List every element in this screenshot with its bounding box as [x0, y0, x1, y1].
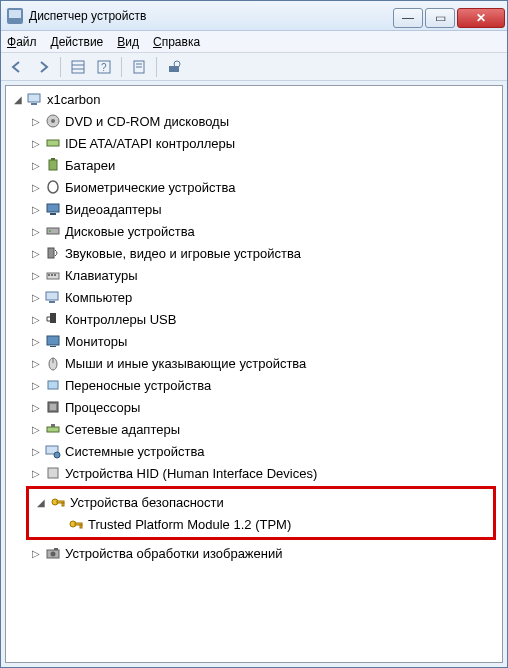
expand-icon[interactable]: ▷: [28, 355, 44, 371]
category-item[interactable]: ▷DVD и CD-ROM дисководы: [6, 110, 502, 132]
device-category-icon: [44, 201, 62, 217]
svg-rect-10: [28, 94, 40, 102]
device-category-icon: [44, 399, 62, 415]
category-item[interactable]: ▷Сетевые адаптеры: [6, 418, 502, 440]
expand-icon[interactable]: ▷: [28, 421, 44, 437]
expand-icon[interactable]: ▷: [28, 223, 44, 239]
device-category-icon: [44, 245, 62, 261]
category-label: Биометрические устройства: [65, 180, 235, 195]
svg-rect-16: [51, 158, 55, 160]
camera-icon: [44, 545, 62, 561]
category-item[interactable]: ▷Компьютер: [6, 286, 502, 308]
toolbar-separator: [121, 57, 122, 77]
titlebar[interactable]: Диспетчер устройств — ▭ ✕: [1, 1, 507, 31]
scan-hardware-button[interactable]: [162, 56, 186, 78]
expand-icon[interactable]: ▷: [28, 113, 44, 129]
expand-icon[interactable]: ▷: [28, 135, 44, 151]
expand-icon[interactable]: ▷: [28, 333, 44, 349]
svg-rect-29: [50, 313, 56, 323]
menu-help[interactable]: Справка: [153, 35, 200, 49]
category-item[interactable]: ▷Видеоадаптеры: [6, 198, 502, 220]
category-label: Компьютер: [65, 290, 132, 305]
expand-icon[interactable]: ▷: [28, 399, 44, 415]
category-item[interactable]: ▷Устройства HID (Human Interface Devices…: [6, 462, 502, 484]
category-label: Видеоадаптеры: [65, 202, 162, 217]
category-item[interactable]: ▷Мониторы: [6, 330, 502, 352]
category-item[interactable]: ▷Контроллеры USB: [6, 308, 502, 330]
expand-icon[interactable]: ▷: [28, 443, 44, 459]
category-item[interactable]: ▷Мыши и иные указывающие устройства: [6, 352, 502, 374]
toolbar: ?: [1, 53, 507, 81]
device-category-icon: [44, 289, 62, 305]
toolbar-separator: [156, 57, 157, 77]
forward-button[interactable]: [31, 56, 55, 78]
expand-icon[interactable]: ▷: [28, 267, 44, 283]
category-item[interactable]: ▷Звуковые, видео и игровые устройства: [6, 242, 502, 264]
svg-point-13: [51, 119, 55, 123]
maximize-button[interactable]: ▭: [425, 8, 455, 28]
category-label: Сетевые адаптеры: [65, 422, 180, 437]
properties-button[interactable]: [127, 56, 151, 78]
leaf-spacer: [51, 516, 67, 532]
category-label: IDE ATA/ATAPI контроллеры: [65, 136, 235, 151]
expand-icon[interactable]: ▷: [28, 201, 44, 217]
menu-view[interactable]: Вид: [117, 35, 139, 49]
key-icon: [49, 494, 67, 510]
svg-rect-0: [72, 61, 84, 73]
svg-rect-25: [51, 274, 53, 276]
device-label: Trusted Platform Module 1.2 (TPM): [88, 517, 291, 532]
help-button[interactable]: ?: [92, 56, 116, 78]
category-label: Контроллеры USB: [65, 312, 176, 327]
svg-rect-47: [80, 525, 82, 528]
expand-icon[interactable]: ▷: [28, 311, 44, 327]
category-item[interactable]: ▷Клавиатуры: [6, 264, 502, 286]
expand-icon[interactable]: ▷: [28, 377, 44, 393]
tree-root[interactable]: ◢ x1carbon: [6, 88, 502, 110]
minimize-button[interactable]: —: [393, 8, 423, 28]
expand-icon[interactable]: ▷: [28, 545, 44, 561]
device-tree[interactable]: ◢ x1carbon ▷DVD и CD-ROM дисководы▷IDE A…: [5, 85, 503, 663]
svg-point-17: [48, 181, 58, 193]
category-item[interactable]: ▷Переносные устройства: [6, 374, 502, 396]
category-item[interactable]: ▷Процессоры: [6, 396, 502, 418]
view-list-button[interactable]: [66, 56, 90, 78]
expand-icon[interactable]: ▷: [28, 289, 44, 305]
expand-icon[interactable]: ▷: [28, 179, 44, 195]
category-label: Мыши и иные указывающие устройства: [65, 356, 306, 371]
category-item[interactable]: ▷Системные устройства: [6, 440, 502, 462]
category-label: Дисковые устройства: [65, 224, 195, 239]
category-item[interactable]: ▷Устройства обработки изображений: [6, 542, 502, 564]
expand-icon[interactable]: ▷: [28, 245, 44, 261]
collapse-icon[interactable]: ◢: [10, 91, 26, 107]
back-button[interactable]: [5, 56, 29, 78]
category-item[interactable]: ▷Биометрические устройства: [6, 176, 502, 198]
menu-bar: Файл Действие Вид Справка: [1, 31, 507, 53]
svg-rect-22: [48, 248, 54, 258]
root-label: x1carbon: [47, 92, 100, 107]
menu-file[interactable]: Файл: [7, 35, 37, 49]
close-button[interactable]: ✕: [457, 8, 505, 28]
svg-point-40: [54, 452, 60, 458]
device-category-icon: [44, 135, 62, 151]
device-category-icon: [44, 355, 62, 371]
svg-point-21: [49, 230, 51, 232]
device-category-icon: [44, 157, 62, 173]
category-item[interactable]: ▷Батареи: [6, 154, 502, 176]
category-item[interactable]: ▷Дисковые устройства: [6, 220, 502, 242]
device-category-icon: [44, 311, 62, 327]
expand-icon[interactable]: ▷: [28, 465, 44, 481]
device-category-icon: [44, 223, 62, 239]
svg-rect-41: [48, 468, 58, 478]
category-item[interactable]: ▷IDE ATA/ATAPI контроллеры: [6, 132, 502, 154]
svg-rect-15: [49, 160, 57, 170]
category-security-devices[interactable]: ◢ Устройства безопасности: [29, 491, 493, 513]
expand-icon[interactable]: ▷: [28, 157, 44, 173]
device-category-icon: [44, 443, 62, 459]
svg-rect-19: [50, 213, 56, 215]
menu-action[interactable]: Действие: [51, 35, 104, 49]
svg-rect-14: [47, 140, 59, 146]
svg-point-49: [51, 552, 56, 557]
device-tpm[interactable]: Trusted Platform Module 1.2 (TPM): [29, 513, 493, 535]
category-label: Системные устройства: [65, 444, 204, 459]
collapse-icon[interactable]: ◢: [33, 494, 49, 510]
